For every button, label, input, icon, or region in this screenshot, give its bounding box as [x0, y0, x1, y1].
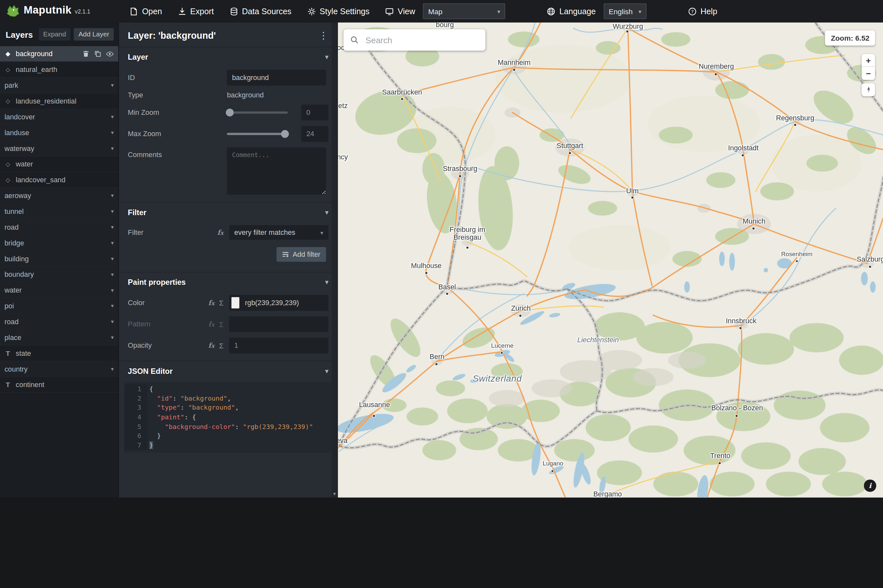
layer-item-continent[interactable]: Tcontinent — [0, 377, 118, 393]
chevron-down-icon[interactable]: ▾ — [111, 192, 114, 199]
layer-item-poi[interactable]: poi▾ — [0, 298, 118, 314]
compass-button[interactable] — [862, 83, 875, 96]
open-button[interactable]: Open — [130, 7, 162, 16]
min-zoom-slider[interactable] — [227, 111, 288, 114]
toggle-visibility-icon[interactable] — [106, 50, 114, 57]
layer-editor-panel: Layer: 'background' ⋮ Layer ▾ ID Type ba… — [119, 22, 338, 498]
chevron-down-icon[interactable]: ▾ — [111, 366, 114, 372]
filter-section-header[interactable]: Filter ▾ — [119, 202, 337, 222]
layer-item-natural_earth[interactable]: ◇natural_earth — [0, 62, 118, 78]
zoom-function-icon[interactable]: Σ — [219, 341, 224, 350]
zoom-in-button[interactable]: + — [862, 54, 875, 67]
chevron-down-icon[interactable]: ▾ — [111, 255, 114, 262]
chevron-down-icon[interactable]: ▾ — [111, 129, 114, 135]
add-filter-button[interactable]: Add filter — [276, 247, 326, 262]
slider-knob[interactable] — [281, 130, 288, 138]
layer-item-water[interactable]: water▾ — [0, 282, 118, 298]
view-mode-select[interactable]: Map ▾ — [423, 3, 505, 19]
layer-item-landuse_residential[interactable]: ◇landuse_residential — [0, 93, 118, 110]
layer-item-place[interactable]: place▾ — [0, 330, 118, 346]
chevron-down-icon[interactable]: ▾ — [111, 287, 114, 293]
expression-fx-icon[interactable]: fx — [217, 228, 223, 236]
code-line[interactable]: "id": "background", — [147, 394, 231, 403]
expression-fx-icon[interactable]: fx — [208, 299, 214, 307]
id-input[interactable] — [227, 70, 326, 86]
max-zoom-slider[interactable] — [227, 133, 288, 135]
json-editor-header[interactable]: JSON Editor ▾ — [119, 361, 337, 381]
json-code-editor[interactable]: 1{2 "id": "background",3 "type": "backgr… — [125, 382, 332, 453]
layer-item-bridge[interactable]: bridge▾ — [0, 235, 118, 251]
data-sources-button[interactable]: Data Sources — [230, 7, 291, 16]
search-input[interactable] — [364, 34, 479, 45]
language-select[interactable]: English ▾ — [604, 3, 646, 19]
chevron-down-icon[interactable]: ▾ — [111, 224, 114, 230]
geocoder-search[interactable] — [343, 29, 485, 51]
zoom-function-icon[interactable]: Σ — [219, 320, 224, 328]
code-line[interactable]: "background-color": "rgb(239,239,239)" — [147, 422, 313, 431]
layer-item-landcover_sand[interactable]: ◇landcover_sand — [0, 172, 118, 188]
color-swatch[interactable] — [231, 297, 239, 308]
delete-layer-icon[interactable] — [82, 50, 90, 57]
attribution-info-button[interactable]: i — [864, 480, 876, 492]
kebab-menu-icon[interactable]: ⋮ — [319, 31, 329, 40]
opacity-input[interactable] — [229, 338, 328, 354]
layer-item-landcover[interactable]: landcover▾ — [0, 110, 118, 125]
slider-knob[interactable] — [226, 109, 234, 117]
language-menu[interactable]: Language — [547, 7, 596, 16]
style-settings-button[interactable]: Style Settings — [307, 7, 369, 16]
layer-item-road[interactable]: road▾ — [0, 220, 118, 236]
export-button[interactable]: Export — [178, 7, 214, 16]
layer-item-state[interactable]: Tstate — [0, 345, 118, 361]
chevron-down-icon[interactable]: ▾ — [111, 303, 114, 309]
code-line[interactable]: { — [147, 384, 153, 394]
editor-scrollbar[interactable]: ▼ — [332, 22, 337, 498]
layer-label: park — [5, 81, 18, 89]
chevron-down-icon[interactable]: ▾ — [111, 208, 114, 214]
layer-item-road[interactable]: road▾ — [0, 314, 118, 330]
layer-item-building[interactable]: building▾ — [0, 251, 118, 267]
zoom-out-button[interactable]: − — [862, 67, 875, 80]
type-value: background — [227, 91, 264, 99]
map-canvas[interactable]: bourgWurzburgocMannheimNurembergSaarbrüc… — [338, 22, 883, 498]
layer-section-header[interactable]: Layer ▾ — [119, 47, 337, 67]
opacity-label: Opacity — [128, 342, 201, 350]
help-button[interactable]: ? Help — [688, 7, 717, 16]
max-zoom-input[interactable] — [302, 126, 329, 142]
scroll-down-arrow-icon[interactable]: ▼ — [332, 491, 337, 496]
filter-combinator-select[interactable]: every filter matches ▾ — [229, 225, 328, 240]
layer-item-park[interactable]: park▾ — [0, 78, 118, 93]
view-menu[interactable]: View — [385, 7, 415, 16]
chevron-down-icon[interactable]: ▾ — [111, 114, 114, 120]
expand-button[interactable]: Expand — [39, 28, 71, 40]
chevron-down-icon[interactable]: ▾ — [111, 334, 114, 340]
layer-item-country[interactable]: country▾ — [0, 361, 118, 377]
code-line[interactable]: "paint": { — [147, 412, 196, 422]
layer-item-waterway[interactable]: waterway▾ — [0, 141, 118, 156]
min-zoom-input[interactable] — [302, 105, 329, 121]
zoom-function-icon[interactable]: Σ — [219, 298, 224, 307]
pattern-input[interactable] — [229, 316, 328, 332]
expression-fx-icon[interactable]: fx — [208, 320, 214, 328]
color-input[interactable] — [244, 298, 323, 308]
chevron-down-icon[interactable]: ▾ — [111, 319, 114, 325]
layer-item-landuse[interactable]: landuse▾ — [0, 125, 118, 141]
chevron-down-icon[interactable]: ▾ — [111, 82, 114, 88]
comments-textarea[interactable] — [227, 147, 326, 195]
max-zoom-label: Max Zoom — [128, 130, 227, 138]
code-line[interactable]: } — [147, 441, 153, 450]
export-label: Export — [190, 7, 214, 16]
chevron-down-icon[interactable]: ▾ — [111, 240, 114, 246]
layer-item-water[interactable]: ◇water — [0, 156, 118, 172]
chevron-down-icon[interactable]: ▾ — [111, 145, 114, 151]
duplicate-layer-icon[interactable] — [94, 50, 101, 57]
code-line[interactable]: "type": "background", — [147, 403, 239, 412]
chevron-down-icon[interactable]: ▾ — [111, 271, 114, 278]
layer-item-tunnel[interactable]: tunnel▾ — [0, 204, 118, 220]
layer-item-aeroway[interactable]: aeroway▾ — [0, 188, 118, 204]
layer-item-boundary[interactable]: boundary▾ — [0, 267, 118, 282]
add-layer-button[interactable]: Add Layer — [74, 28, 114, 40]
layer-item-background[interactable]: ◆background — [0, 46, 118, 62]
code-line[interactable]: } — [147, 431, 161, 441]
expression-fx-icon[interactable]: fx — [208, 342, 214, 350]
paint-section-header[interactable]: Paint properties ▾ — [119, 273, 337, 292]
